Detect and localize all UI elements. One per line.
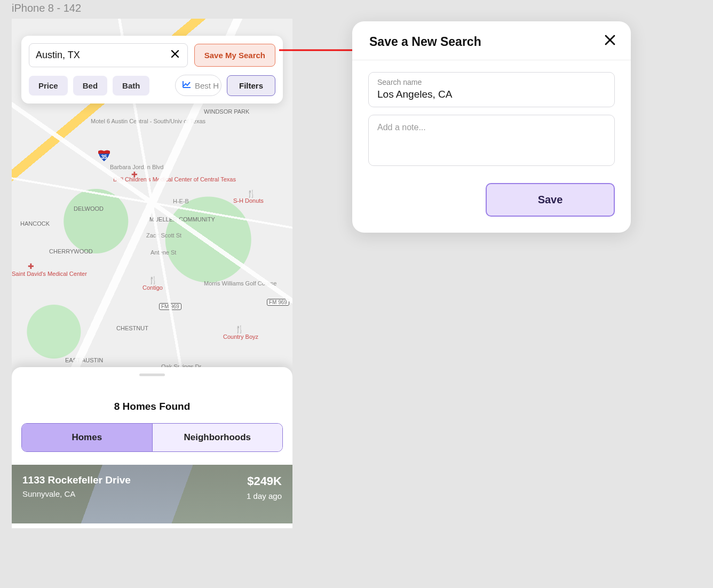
map-label-country: Country Boyz (223, 333, 258, 340)
note-field[interactable] (368, 115, 615, 166)
map-label-windsor-park: WINDSOR PARK (204, 108, 249, 115)
tab-homes[interactable]: Homes (22, 424, 153, 451)
results-bottom-sheet[interactable]: 8 Homes Found Homes Neighborhoods 1133 R… (12, 367, 292, 528)
map-label-fm969a: FM 969 (267, 299, 289, 306)
tab-neighborhoods[interactable]: Neighborhoods (153, 424, 283, 451)
map-label-dell: Dell Children's Medical Center of Centra… (113, 176, 236, 182)
listing-city: Sunnyvale, CA (22, 489, 131, 498)
results-tabs: Homes Neighborhoods (21, 423, 283, 452)
svg-text:35: 35 (101, 154, 107, 160)
search-name-input[interactable] (377, 89, 606, 100)
map-label-contigo: Contigo (142, 284, 163, 291)
poi-medical-icon: ✚ (28, 262, 34, 271)
map-label-barbara: Barbara Jordan Blvd (110, 164, 163, 170)
chart-line-icon (182, 80, 192, 91)
map-label-zach: Zach Scott St (146, 232, 181, 239)
search-name-field[interactable]: Search name (368, 72, 615, 107)
close-icon[interactable] (604, 34, 616, 49)
listing-age: 1 day ago (247, 491, 282, 500)
note-textarea[interactable] (377, 123, 606, 158)
phone-frame: WINDSOR PARK Motel 6 Austin Central - So… (12, 19, 292, 528)
poi-medical-icon: ✚ (131, 170, 138, 179)
listing-card[interactable]: 1133 Rockefeller Drive Sunnyvale, CA $24… (12, 465, 292, 523)
search-input-wrap[interactable] (29, 43, 188, 67)
map-label-mueller: MUELLER COMMUNITY (149, 216, 215, 223)
map-label-delwood: DELWOOD (74, 205, 104, 212)
filter-pill-bath[interactable]: Bath (113, 76, 149, 96)
map-label-heb: H-E-B (173, 198, 189, 204)
search-panel: Save My Search Price Bed Bath Best H Fil… (21, 36, 283, 104)
poi-restaurant-icon: 🍴 (247, 189, 256, 198)
listing-address: 1133 Rockefeller Drive (22, 474, 131, 486)
map-label-motel6: Motel 6 Austin Central - South/Univ of T… (91, 118, 205, 124)
map-label-cherrywood: CHERRYWOOD (49, 248, 93, 255)
save-my-search-button[interactable]: Save My Search (194, 44, 275, 67)
map-label-morris: Morris Williams Golf Course (204, 280, 276, 287)
poi-restaurant-icon: 🍴 (148, 276, 157, 284)
map-label-antone: Antone St (150, 249, 176, 256)
map-label-fm969b: FM 969 (159, 303, 181, 310)
filters-button[interactable]: Filters (227, 75, 275, 96)
save-button[interactable]: Save (486, 183, 615, 217)
filter-pill-price[interactable]: Price (29, 76, 68, 96)
sort-chip[interactable]: Best H (175, 75, 221, 96)
frame-label: iPhone 8 - 142 (12, 2, 81, 14)
location-search-input[interactable] (36, 50, 169, 61)
results-count-label: 8 Homes Found (12, 401, 292, 412)
clear-search-icon[interactable] (169, 49, 181, 61)
filter-pill-bed[interactable]: Bed (73, 76, 107, 96)
map-label-chestnut: CHESTNUT (116, 325, 148, 331)
sort-label: Best H (195, 81, 219, 90)
modal-title: Save a New Search (369, 35, 481, 49)
sheet-grabber[interactable] (139, 374, 165, 376)
search-name-label: Search name (377, 78, 606, 86)
interstate-shield-icon: 35 (97, 149, 111, 165)
poi-restaurant-icon: 🍴 (235, 325, 244, 333)
map-label-donuts: S-H Donuts (233, 197, 264, 204)
map-label-hancock: HANCOCK (20, 220, 50, 227)
map-label-stdavid: Saint David's Medical Center (12, 271, 87, 277)
map-label-eastaustin: EAST AUSTIN (65, 357, 103, 363)
listing-price: $249K (247, 474, 282, 488)
save-search-modal: Save a New Search Search name Save (352, 21, 631, 233)
